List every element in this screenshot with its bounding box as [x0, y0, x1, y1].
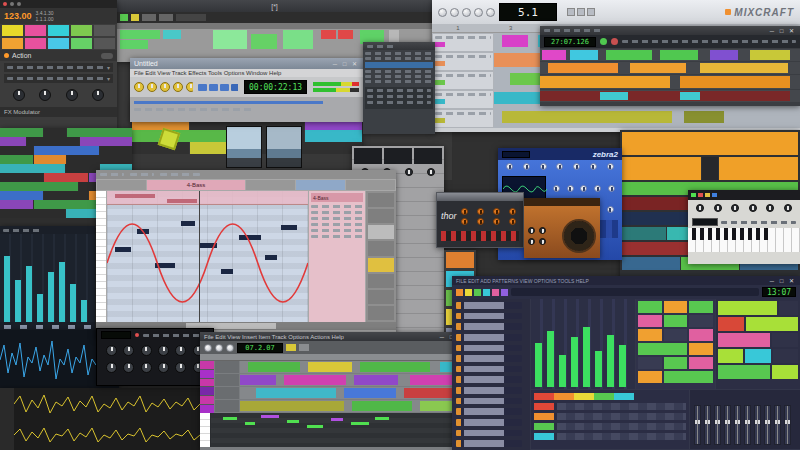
- clip-slot[interactable]: [94, 38, 115, 49]
- tab[interactable]: [130, 173, 154, 176]
- clip[interactable]: [34, 146, 99, 155]
- clip[interactable]: [680, 92, 700, 100]
- list-item-selected[interactable]: [365, 62, 433, 68]
- menubar[interactable]: File Edit View Track Effects Tools Optio…: [130, 69, 363, 77]
- clip[interactable]: [710, 50, 738, 60]
- plugin-knob[interactable]: [175, 345, 186, 356]
- browser-item[interactable]: [456, 387, 522, 394]
- timecode-lcd[interactable]: 00:00:22:13: [244, 80, 307, 94]
- clip[interactable]: [66, 209, 99, 218]
- toolbar-button[interactable]: [286, 344, 296, 351]
- clip-list-item[interactable]: [311, 235, 363, 238]
- amp-knob[interactable]: [539, 227, 546, 234]
- toolbar-icon[interactable]: [474, 289, 481, 296]
- black-key[interactable]: [700, 228, 704, 240]
- pattern-stripe[interactable]: [779, 301, 799, 315]
- mixer-fader[interactable]: [784, 405, 791, 445]
- editor-control[interactable]: [368, 225, 394, 239]
- synth-header[interactable]: zebra2: [498, 148, 622, 160]
- clip-slot[interactable]: 4-Bass: [147, 180, 245, 190]
- fader-cap[interactable]: [68, 325, 75, 329]
- clip[interactable]: [360, 362, 430, 372]
- track-lane[interactable]: [240, 361, 470, 373]
- clip[interactable]: [502, 35, 528, 47]
- track-lane[interactable]: [240, 374, 470, 386]
- video-clip-thumbnail[interactable]: [266, 126, 302, 168]
- track-lane[interactable]: [622, 157, 798, 180]
- mixer-fader[interactable]: [704, 405, 711, 445]
- synth-knob[interactable]: [477, 218, 484, 225]
- black-key[interactable]: [740, 228, 744, 240]
- titlebar[interactable]: [0, 0, 117, 8]
- clip[interactable]: [0, 137, 26, 146]
- toolbar-icon[interactable]: [483, 289, 490, 296]
- black-key[interactable]: [756, 228, 760, 240]
- pattern-stripe[interactable]: [773, 349, 798, 363]
- transport-button[interactable]: [209, 84, 218, 91]
- clip[interactable]: [344, 388, 396, 398]
- tool-icon[interactable]: [587, 8, 595, 16]
- list-item[interactable]: [365, 75, 433, 78]
- pattern-block[interactable]: [638, 371, 662, 383]
- pattern-stripe[interactable]: [718, 301, 777, 315]
- midi-note[interactable]: [375, 417, 389, 420]
- pattern-stripe[interactable]: [772, 365, 798, 379]
- channel-button[interactable]: [574, 393, 594, 400]
- clip-slot[interactable]: [25, 25, 46, 36]
- pattern-stripe[interactable]: [718, 333, 770, 347]
- clip-slot[interactable]: [71, 25, 92, 36]
- playlist-panel[interactable]: [636, 299, 715, 389]
- synth-knob[interactable]: [784, 204, 792, 212]
- fader-cap[interactable]: [4, 325, 11, 329]
- menu-items[interactable]: FILE EDIT ADD PATTERNS VIEW OPTIONS TOOL…: [456, 278, 589, 284]
- device-selector[interactable]: ▾: [4, 63, 113, 72]
- piano-keyboard[interactable]: [688, 228, 800, 252]
- transport-button[interactable]: [474, 8, 483, 17]
- monitor-knob[interactable]: [147, 82, 157, 92]
- clip[interactable]: [502, 111, 672, 123]
- waveform-display[interactable]: [14, 423, 200, 447]
- editor-control[interactable]: [368, 193, 394, 207]
- browser-item[interactable]: [456, 334, 522, 341]
- plugin-knob[interactable]: [141, 362, 152, 373]
- track-header[interactable]: [432, 52, 494, 71]
- menubar[interactable]: File Edit View Insert Item Track Options…: [200, 332, 470, 341]
- synth-knob[interactable]: [766, 204, 774, 212]
- pattern-block[interactable]: [638, 357, 662, 369]
- region-block[interactable]: [200, 379, 214, 387]
- macro-knob[interactable]: [66, 89, 78, 101]
- pattern-stripe[interactable]: [718, 317, 744, 331]
- browser-item[interactable]: [456, 355, 522, 362]
- clip-list-item[interactable]: [311, 211, 363, 214]
- play-button[interactable]: [204, 344, 212, 352]
- clip[interactable]: [0, 128, 43, 137]
- track-header[interactable]: [432, 33, 494, 52]
- track-lane[interactable]: [622, 132, 798, 155]
- clip[interactable]: [27, 137, 79, 146]
- tempo-lcd[interactable]: 5.1: [499, 3, 557, 21]
- clip[interactable]: [100, 146, 133, 155]
- video-clip-thumbnail[interactable]: [226, 126, 262, 168]
- track-lane[interactable]: [540, 49, 800, 61]
- macro-knob[interactable]: [39, 89, 51, 101]
- black-key[interactable]: [692, 228, 696, 240]
- time-lcd[interactable]: 13:07: [762, 287, 796, 297]
- mixer-fader[interactable]: [734, 405, 741, 445]
- clip[interactable]: [44, 128, 66, 137]
- browser-item[interactable]: [456, 440, 522, 447]
- timecode-lcd[interactable]: 27:07.126: [544, 37, 596, 47]
- clip[interactable]: [660, 50, 698, 60]
- clip[interactable]: [570, 50, 598, 60]
- browser-item[interactable]: [456, 408, 522, 415]
- clip[interactable]: [67, 128, 132, 137]
- pattern-block[interactable]: [664, 301, 688, 313]
- clip[interactable]: [213, 30, 247, 49]
- synth-knob[interactable]: [506, 163, 513, 170]
- synth-knob[interactable]: [461, 208, 468, 215]
- clip[interactable]: [622, 197, 697, 210]
- black-key[interactable]: [732, 228, 736, 240]
- midi-note[interactable]: [287, 420, 299, 423]
- clip[interactable]: [248, 362, 300, 372]
- region-block[interactable]: [200, 370, 214, 378]
- clip[interactable]: [684, 111, 724, 123]
